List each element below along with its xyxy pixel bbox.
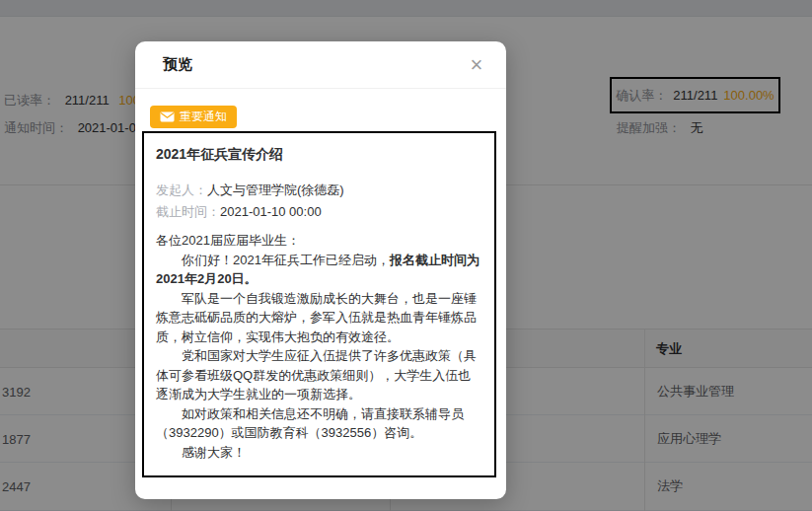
notice-paragraph: 军队是一个自我锻造激励成长的大舞台，也是一座锤炼意志砥砺品质的大熔炉，参军入伍就…	[156, 289, 482, 347]
mail-icon	[160, 111, 175, 122]
close-icon: ×	[471, 54, 483, 76]
initiator-line: 发起人：人文与管理学院(徐德磊)	[156, 180, 482, 201]
notice-paragraph: 各位2021届应届毕业生：	[156, 231, 482, 251]
notice-paragraph: 感谢大家！	[156, 443, 482, 463]
modal-body: 重要通知 2021年征兵宣传介绍 发起人：人文与管理学院(徐德磊) 截止时间：2…	[135, 89, 506, 477]
modal-header: 预览 ×	[135, 41, 506, 89]
notice-body-text: 各位2021届应届毕业生： 你们好！2021年征兵工作已经启动，报名截止时间为2…	[156, 231, 482, 462]
deadline-label: 截止时间：	[156, 204, 220, 219]
notice-content-box: 2021年征兵宣传介绍 发起人：人文与管理学院(徐德磊) 截止时间：2021-0…	[142, 131, 496, 477]
notice-paragraph: 如对政策和相关信息还不明确，请直接联系辅导员（3932290）或国防教育科（39…	[156, 404, 482, 443]
close-button[interactable]: ×	[463, 51, 490, 79]
initiator-label: 发起人：	[156, 182, 207, 197]
important-notice-badge: 重要通知	[150, 106, 237, 128]
modal-title: 预览	[163, 55, 192, 74]
badge-label: 重要通知	[180, 109, 227, 125]
preview-modal: 预览 × 重要通知 2021年征兵宣传介绍 发起人：人文与管理学院(徐德磊) 截…	[135, 41, 506, 499]
deadline-value: 2021-01-10 00:00	[220, 204, 322, 219]
notice-paragraph: 党和国家对大学生应征入伍提供了许多优惠政策（具体可参看班级QQ群发的优惠政策细则…	[156, 346, 482, 404]
notice-paragraph: 你们好！2021年征兵工作已经启动，报名截止时间为2021年2月20日。	[156, 251, 482, 289]
initiator-value: 人文与管理学院(徐德磊)	[207, 182, 344, 197]
deadline-line: 截止时间：2021-01-10 00:00	[156, 201, 482, 223]
notice-title: 2021年征兵宣传介绍	[156, 146, 482, 164]
